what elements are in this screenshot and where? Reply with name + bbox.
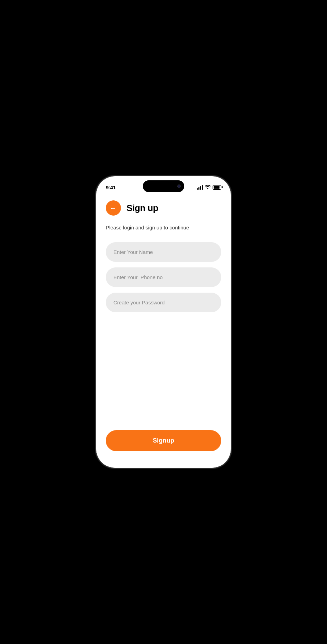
battery-fill	[214, 186, 219, 189]
status-icons	[197, 184, 221, 190]
main-content: ← Sign up Please login and sign up to co…	[96, 193, 231, 468]
dynamic-island	[143, 180, 184, 192]
subtitle-text: Please login and sign up to continue	[106, 224, 221, 231]
phone-frame: 9:41	[96, 176, 231, 468]
signal-bar-1	[197, 188, 198, 190]
page-header: ← Sign up	[106, 200, 221, 216]
status-time: 9:41	[106, 184, 116, 190]
camera-dot	[177, 184, 181, 188]
signal-bar-3	[200, 186, 201, 190]
signal-bar-2	[198, 187, 199, 190]
form-container	[106, 242, 221, 312]
back-button[interactable]: ←	[106, 200, 121, 216]
signup-button[interactable]: Signup	[106, 430, 221, 451]
phone-screen: 9:41	[96, 176, 231, 468]
signal-bar-4	[202, 185, 203, 190]
name-input[interactable]	[106, 242, 221, 262]
battery-icon	[213, 185, 221, 190]
phone-input[interactable]	[106, 267, 221, 287]
wifi-icon	[205, 184, 211, 190]
password-input[interactable]	[106, 293, 221, 312]
status-bar: 9:41	[96, 176, 231, 193]
back-arrow-icon: ←	[110, 205, 116, 211]
bottom-section: Signup	[106, 419, 221, 461]
signal-icon	[197, 185, 203, 190]
page-title: Sign up	[127, 203, 158, 214]
